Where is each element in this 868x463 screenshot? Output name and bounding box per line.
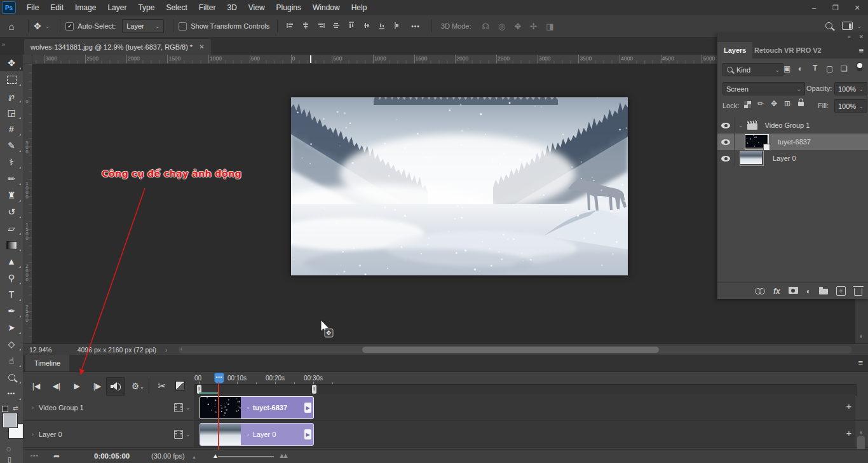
menu-plugins[interactable]: Plugins xyxy=(271,0,307,15)
layer-row-layer-0[interactable]: Layer 0 xyxy=(717,150,868,167)
new-group-icon[interactable] xyxy=(819,287,828,296)
layer-thumbnail[interactable] xyxy=(745,134,769,149)
restore-button[interactable]: ❐ xyxy=(825,4,846,12)
3d-slide-icon[interactable]: ✢ xyxy=(530,22,537,31)
3d-orbit-icon[interactable]: ☊ xyxy=(482,22,490,31)
distribute-h-icon[interactable] xyxy=(332,22,340,31)
track-expand-icon[interactable]: › xyxy=(32,431,34,438)
tab-retouch-vr-pro[interactable]: Retouch VR PRO V2 xyxy=(748,42,828,59)
layer-thumbnail[interactable] xyxy=(740,151,764,166)
brush-tool[interactable]: ✏ xyxy=(0,170,23,187)
3d-camera-icon[interactable]: ◨ xyxy=(546,22,553,31)
marquee-tool[interactable] xyxy=(0,71,23,88)
visibility-toggle[interactable] xyxy=(717,134,735,150)
foreground-color-swatch[interactable] xyxy=(3,413,17,427)
hand-tool[interactable]: ☝ xyxy=(0,352,23,369)
gradient-tool[interactable] xyxy=(0,237,23,253)
filter-kind-dropdown[interactable]: Kind ⌄ xyxy=(722,63,783,76)
scroll-down-icon[interactable]: ∨ xyxy=(859,333,863,339)
canvas-image[interactable] xyxy=(291,97,628,275)
track-options-chevron-icon[interactable]: ⌄ xyxy=(186,431,191,438)
group-collapse-icon[interactable]: ⌄ xyxy=(738,122,743,128)
screen-mode-icon[interactable]: ▯ xyxy=(8,455,11,463)
transitions-button[interactable] xyxy=(175,381,185,390)
filter-shape-icon[interactable]: ▢ xyxy=(826,64,833,73)
adjustment-layer-icon[interactable]: ◐ xyxy=(806,287,811,296)
document-close-icon[interactable]: ✕ xyxy=(199,43,204,50)
quick-mask-icon[interactable]: ◌ xyxy=(6,444,11,453)
link-layers-icon[interactable] xyxy=(755,287,765,295)
lasso-tool[interactable]: ℘ xyxy=(0,88,23,104)
clip-play-icon[interactable]: ▶ xyxy=(304,429,311,439)
layer-name[interactable]: tuyet-6837 xyxy=(778,138,811,146)
more-tools[interactable]: ••• xyxy=(0,385,23,402)
menu-filter[interactable]: Filter xyxy=(193,0,222,15)
status-chevron-icon[interactable]: › xyxy=(165,347,167,354)
frame-animation-icon[interactable]: ▫▫▫ xyxy=(31,453,39,459)
visibility-toggle[interactable] xyxy=(717,150,735,167)
split-at-playhead-button[interactable]: ✂ xyxy=(154,378,170,394)
menu-select[interactable]: Select xyxy=(160,0,193,15)
menu-type[interactable]: Type xyxy=(132,0,160,15)
menu-image[interactable]: Image xyxy=(69,0,102,15)
play-button[interactable]: ▶ xyxy=(69,378,85,394)
filter-type-icon[interactable]: T xyxy=(813,64,817,73)
menu-3d[interactable]: 3D xyxy=(221,0,242,15)
layer-name[interactable]: Video Group 1 xyxy=(765,121,810,129)
distribute-v-icon[interactable] xyxy=(393,22,401,31)
3d-pan-icon[interactable]: ✥ xyxy=(514,22,521,31)
vertical-scrollbar[interactable]: ∨ xyxy=(855,299,868,343)
track-options-chevron-icon[interactable]: ⌄ xyxy=(186,404,191,411)
layers-menu-icon[interactable]: ≡ xyxy=(858,46,864,55)
eraser-tool[interactable]: ▱ xyxy=(0,220,23,237)
timeline-zoom-slider[interactable] xyxy=(218,456,274,457)
filmstrip-icon[interactable] xyxy=(174,430,183,439)
layer-name[interactable]: Layer 0 xyxy=(773,155,796,162)
visibility-toggle[interactable] xyxy=(717,117,735,134)
collapse-panel-icon[interactable]: « xyxy=(848,34,851,40)
workspace-switcher[interactable]: ⌄ xyxy=(842,22,862,30)
dodge-tool[interactable]: ⚲ xyxy=(0,270,23,286)
align-bottom-icon[interactable] xyxy=(378,22,386,31)
lock-transparency-icon[interactable] xyxy=(744,101,751,109)
menu-file[interactable]: File xyxy=(21,0,44,15)
fill-dropdown[interactable]: 100%⌄ xyxy=(834,99,867,113)
opacity-dropdown[interactable]: 100%⌄ xyxy=(834,82,867,95)
add-mask-icon[interactable] xyxy=(789,287,798,295)
3d-roll-icon[interactable]: ◎ xyxy=(498,22,505,31)
align-right-icon[interactable] xyxy=(317,22,325,31)
filter-adjustment-icon[interactable]: ◐ xyxy=(798,64,803,73)
filmstrip-icon[interactable] xyxy=(174,403,183,412)
timeline-tab[interactable]: Timeline xyxy=(25,355,69,371)
lock-pixels-icon[interactable]: ✏ xyxy=(757,99,764,108)
next-frame-button[interactable]: |▶ xyxy=(89,378,105,394)
eyedropper-tool[interactable]: ✎ xyxy=(0,137,23,154)
menu-edit[interactable]: Edit xyxy=(44,0,69,15)
panel-overflow-chevrons-icon[interactable]: » xyxy=(2,41,5,48)
object-selection-tool[interactable]: ◲ xyxy=(0,104,23,121)
auto-select-checkbox[interactable]: ✓ xyxy=(65,22,74,31)
filter-toggle[interactable] xyxy=(857,62,862,73)
render-video-icon[interactable]: ➦ xyxy=(53,452,60,460)
add-media-track1-button[interactable]: + xyxy=(844,401,854,411)
move-tool[interactable]: ✥ xyxy=(0,55,23,71)
menu-window[interactable]: Window xyxy=(307,0,346,15)
clip-play-icon[interactable]: ▶ xyxy=(304,403,311,413)
crop-tool[interactable]: # xyxy=(0,121,23,137)
close-panel-icon[interactable]: ✕ xyxy=(858,34,864,40)
previous-frame-button[interactable]: ◀| xyxy=(48,378,65,394)
blend-mode-dropdown[interactable]: Screen⌄ xyxy=(722,82,805,95)
zoom-tool[interactable] xyxy=(0,369,23,385)
path-selection-tool[interactable]: ➤ xyxy=(0,319,23,336)
clip-tuyet-6837[interactable]: ›tuyet-6837▶ xyxy=(200,396,314,419)
align-center-h-icon[interactable] xyxy=(302,22,309,31)
work-area-end-handle[interactable]: ‖ xyxy=(312,385,316,394)
playhead-line[interactable] xyxy=(218,382,219,450)
mute-audio-button[interactable] xyxy=(106,377,125,396)
first-frame-button[interactable]: |◀ xyxy=(28,378,44,394)
track-expand-icon[interactable]: › xyxy=(32,404,34,411)
layer-row-tuyet-6837[interactable]: tuyet-6837 xyxy=(717,134,868,150)
align-middle-icon[interactable] xyxy=(363,22,370,31)
zoom-in-timeline-icon[interactable]: ▲▲ xyxy=(278,452,286,459)
lock-position-icon[interactable]: ✥ xyxy=(771,99,777,108)
